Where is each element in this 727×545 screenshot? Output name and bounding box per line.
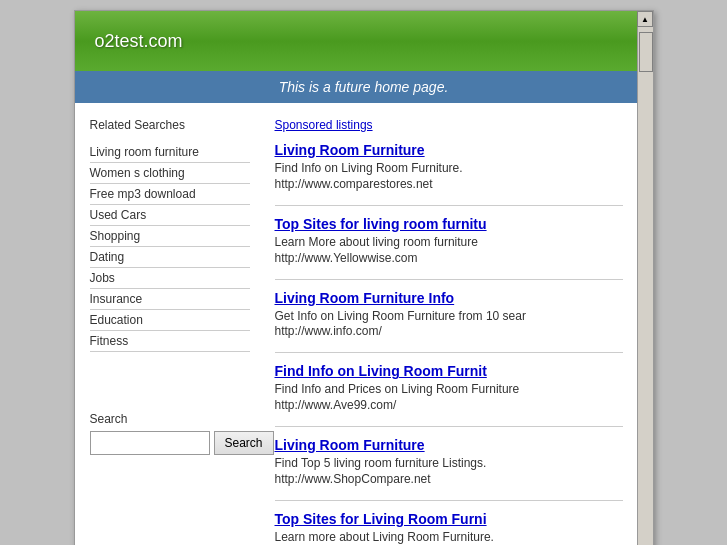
sidebar-link-shopping[interactable]: Shopping	[90, 229, 250, 243]
ad-item-1: Top Sites for living room furnitu Learn …	[275, 216, 623, 265]
list-item: Dating	[90, 247, 250, 268]
sidebar-link-mp3[interactable]: Free mp3 download	[90, 187, 250, 201]
ad-title-5[interactable]: Top Sites for Living Room Furni	[275, 511, 623, 527]
ad-url-3: http://www.Ave99.com/	[275, 398, 623, 412]
sidebar-link-insurance[interactable]: Insurance	[90, 292, 250, 306]
divider-0	[275, 205, 623, 206]
divider-2	[275, 352, 623, 353]
header-blue: This is a future home page.	[75, 71, 653, 103]
ad-desc-3: Find Info and Prices on Living Room Furn…	[275, 381, 623, 398]
ad-title-0[interactable]: Living Room Furniture	[275, 142, 623, 158]
browser-window: ▲ ▼ o2test.com This is a future home pag…	[74, 10, 654, 545]
ad-url-0: http://www.comparestores.net	[275, 177, 623, 191]
list-item: Education	[90, 310, 250, 331]
list-item: Women s clothing	[90, 163, 250, 184]
ad-item-4: Living Room Furniture Find Top 5 living …	[275, 437, 623, 486]
sidebar-link-used-cars[interactable]: Used Cars	[90, 208, 250, 222]
list-item: Used Cars	[90, 205, 250, 226]
search-label: Search	[90, 412, 250, 426]
ad-desc-0: Find Info on Living Room Furniture.	[275, 160, 623, 177]
list-item: Insurance	[90, 289, 250, 310]
ad-desc-4: Find Top 5 living room furniture Listing…	[275, 455, 623, 472]
search-input[interactable]	[90, 431, 210, 455]
ad-url-2: http://www.info.com/	[275, 324, 623, 338]
content-area: Related Searches Living room furniture W…	[75, 103, 653, 545]
ad-item-5: Top Sites for Living Room Furni Learn mo…	[275, 511, 623, 545]
search-section: Search Search	[90, 412, 250, 455]
divider-1	[275, 279, 623, 280]
ad-item-2: Living Room Furniture Info Get Info on L…	[275, 290, 623, 339]
sidebar-link-education[interactable]: Education	[90, 313, 250, 327]
tagline: This is a future home page.	[279, 79, 449, 95]
divider-4	[275, 500, 623, 501]
site-title: o2test.com	[95, 31, 183, 52]
sidebar-link-living-room[interactable]: Living room furniture	[90, 145, 250, 159]
list-item: Free mp3 download	[90, 184, 250, 205]
sponsored-header[interactable]: Sponsored listings	[275, 118, 623, 132]
ad-url-1: http://www.Yellowwise.com	[275, 251, 623, 265]
ad-desc-5: Learn more about Living Room Furniture.	[275, 529, 623, 545]
ad-title-2[interactable]: Living Room Furniture Info	[275, 290, 623, 306]
ad-item-3: Find Info on Living Room Furnit Find Inf…	[275, 363, 623, 412]
list-item: Shopping	[90, 226, 250, 247]
scroll-track	[638, 27, 653, 545]
sidebar-link-women-clothing[interactable]: Women s clothing	[90, 166, 250, 180]
search-row: Search	[90, 431, 250, 455]
ad-title-3[interactable]: Find Info on Living Room Furnit	[275, 363, 623, 379]
ad-desc-2: Get Info on Living Room Furniture from 1…	[275, 308, 623, 325]
ad-title-4[interactable]: Living Room Furniture	[275, 437, 623, 453]
scrollbar[interactable]: ▲ ▼	[637, 11, 653, 545]
header-green: o2test.com	[75, 11, 653, 71]
sidebar-link-dating[interactable]: Dating	[90, 250, 250, 264]
scroll-up-btn[interactable]: ▲	[637, 11, 653, 27]
list-item: Fitness	[90, 331, 250, 352]
list-item: Jobs	[90, 268, 250, 289]
sidebar-links: Living room furniture Women s clothing F…	[90, 142, 250, 352]
ad-title-1[interactable]: Top Sites for living room furnitu	[275, 216, 623, 232]
scroll-thumb[interactable]	[639, 32, 653, 72]
sponsored-section: Sponsored listings Living Room Furniture…	[265, 118, 623, 545]
ad-url-4: http://www.ShopCompare.net	[275, 472, 623, 486]
ad-item-0: Living Room Furniture Find Info on Livin…	[275, 142, 623, 191]
ad-desc-1: Learn More about living room furniture	[275, 234, 623, 251]
divider-3	[275, 426, 623, 427]
sidebar-link-fitness[interactable]: Fitness	[90, 334, 250, 348]
sidebar-title: Related Searches	[90, 118, 250, 132]
sidebar-link-jobs[interactable]: Jobs	[90, 271, 250, 285]
list-item: Living room furniture	[90, 142, 250, 163]
sidebar: Related Searches Living room furniture W…	[90, 118, 265, 545]
